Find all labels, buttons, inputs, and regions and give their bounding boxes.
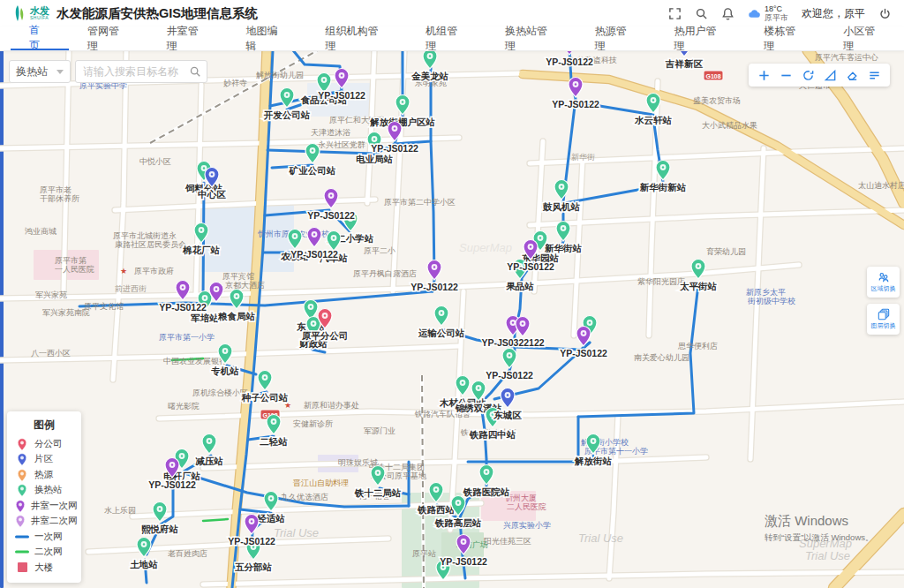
legend-item: 热源: [15, 467, 73, 483]
search-icon[interactable]: [189, 65, 201, 78]
map-poi-label: 原平市老: [40, 185, 72, 194]
legend-line-icon: [15, 549, 29, 554]
fullscreen-icon[interactable]: [668, 7, 682, 20]
legend-square-icon: [15, 562, 29, 572]
map-zoom-out-button[interactable]: [777, 66, 795, 85]
legend-item: 大楼: [15, 560, 73, 576]
region-switch-button[interactable]: 区域切换: [867, 267, 900, 298]
pin-label: 经适站: [256, 513, 285, 524]
map-poi-label: 军源门业: [364, 426, 396, 435]
tab-8[interactable]: 热用户管理: [656, 26, 746, 50]
map-poi-label: 新原和谐办事处: [304, 401, 359, 410]
tab-9[interactable]: 楼栋管理: [745, 26, 825, 50]
pin-label: 专机站: [210, 366, 239, 376]
pin-label: 吉祥新区: [665, 58, 704, 69]
legend-pin-icon: [15, 468, 29, 482]
map-poi-label: 中国农业发展银行: [163, 357, 227, 366]
legend-item: 井室一次网: [15, 498, 73, 514]
map-poi-label: 原平市北城街道永: [113, 231, 177, 240]
pin-label: 二轻站: [260, 436, 288, 447]
map-poi-label: 街初级中学校: [748, 297, 795, 305]
logout-icon[interactable]: [878, 7, 892, 20]
map-poi-label: 盛美农贸市场: [693, 96, 741, 105]
activation-line2: 转到“设置”以激活 Windows。: [765, 532, 874, 544]
logo-icon: [12, 4, 26, 22]
tab-2[interactable]: 井室管理: [148, 26, 228, 50]
svg-text:G108: G108: [705, 73, 720, 79]
pin-label: YP-JS0122: [290, 249, 338, 260]
legend-item: 二次网: [15, 545, 73, 561]
map-poi-label: 鸿业商城: [25, 227, 56, 236]
pin-label: 原平分公司: [301, 330, 349, 341]
tab-1[interactable]: 管网管理: [69, 26, 148, 50]
legend-item: 分公司: [15, 436, 73, 452]
map-poi-label: 曙光影院: [168, 402, 200, 411]
map-poi-label: ★: [120, 267, 127, 275]
bell-icon[interactable]: [721, 7, 734, 20]
tab-0[interactable]: 首页: [11, 26, 69, 50]
activation-line1: 激活 Windows: [765, 513, 874, 530]
nav-tabs: 首页管网管理井室管理地图编辑组织机构管理机组管理换热站管理热源管理热用户管理楼栋…: [0, 26, 904, 51]
search-icon[interactable]: [695, 7, 708, 20]
tab-10[interactable]: 小区管理: [825, 26, 904, 50]
pin-label: 中心区: [198, 189, 226, 200]
map-poi-label: 阳光佳苑三区: [484, 537, 531, 546]
temperature: 18°C: [765, 4, 788, 13]
map-poi-label: 康路社区居民委员会: [115, 240, 186, 249]
pin-label: YP-JS0122: [552, 99, 599, 109]
map-poi-label: 前进西街: [115, 284, 147, 293]
pin-label: 电业局站: [356, 154, 394, 164]
pin-label: 水云轩站: [634, 115, 673, 125]
tab-4[interactable]: 组织机构管理: [306, 26, 407, 50]
pin-label: YP-JS0122: [307, 210, 355, 221]
map-trial-watermark: Trial Use: [274, 526, 319, 539]
map-poi-label: 干部休养所: [40, 194, 79, 203]
search-input[interactable]: [75, 60, 207, 83]
tab-5[interactable]: 机组管理: [407, 26, 486, 50]
road-number-badge: G108: [704, 71, 723, 80]
pin-label: YP-JS0122: [318, 90, 365, 101]
map-poi-label: 育荣幼儿园: [706, 247, 746, 256]
map-poi-label: 安健新诊所: [293, 419, 333, 428]
layers-switch-button[interactable]: 图层切换: [867, 304, 900, 335]
map-container[interactable]: G108G108SuperMapTrial UseTrial UseSuperM…: [0, 50, 904, 588]
pin-label: 解放街棚户区站: [369, 117, 435, 127]
weather-icon: [748, 7, 761, 20]
station-type-value: 换热站: [16, 64, 48, 79]
pin-label: 铁十二局站: [354, 487, 402, 498]
pin-label: 军培站: [190, 313, 219, 323]
map-poi-label: 水上乐园: [104, 506, 136, 515]
tab-3[interactable]: 地图编辑: [228, 26, 307, 50]
map-poi-label: 中悦小区: [139, 157, 171, 166]
map-poi-label: 军兴家苑: [35, 290, 67, 299]
pin-label: 棉花厂站: [182, 245, 221, 255]
map-poi-label: 新华街: [571, 153, 595, 162]
map-eraser-button[interactable]: [843, 66, 862, 85]
pin-label: YP-JS0122: [486, 370, 533, 381]
pin-label: YP-JS0122: [148, 479, 196, 490]
map-poi-label: 原平市第一小学: [159, 333, 215, 342]
pin-label: 五分部站: [235, 562, 273, 572]
map-measure-button[interactable]: [821, 66, 840, 85]
pin-label: 铁路医院站: [463, 486, 510, 497]
map-canvas[interactable]: G108G108SuperMapTrial UseTrial UseSuperM…: [0, 50, 904, 588]
map-history-button[interactable]: [799, 66, 817, 85]
map-poi-label: 原机综合楼小区: [192, 388, 248, 397]
legend-pin-icon: [15, 514, 26, 528]
map-poi-label: 原平丹枫白露酒店: [353, 269, 417, 278]
legend-item: 井室二次网: [15, 514, 73, 530]
map-layer-list-button[interactable]: [865, 66, 884, 85]
map-poi-label: 新原乡太平: [746, 288, 786, 297]
legend-item: 片区: [15, 452, 73, 468]
app-header: 水发 SHUIFA 水发能源盾安供热GIS地理信息系统 18°C 原平市 欢迎您…: [0, 0, 904, 26]
tab-7[interactable]: 热源管理: [576, 26, 656, 50]
legend-item: 一次网: [15, 529, 73, 545]
tab-6[interactable]: 换热站管理: [486, 26, 576, 50]
chevron-down-icon: [56, 70, 64, 74]
map-poi-label: 解放街幼儿园: [256, 71, 304, 79]
station-type-select[interactable]: 换热站: [9, 60, 71, 83]
map-zoom-in-button[interactable]: [755, 66, 773, 85]
pin-label: YP-JS0122: [546, 57, 593, 67]
map-poi-label: 晋江山自助料理: [292, 479, 349, 487]
pin-label: 粮食局站: [217, 311, 256, 321]
